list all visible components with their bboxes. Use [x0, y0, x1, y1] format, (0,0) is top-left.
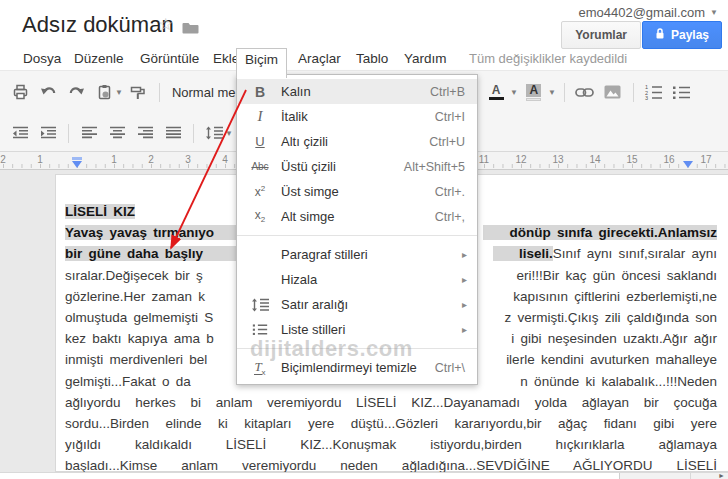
highlight-color-icon[interactable]: A	[523, 79, 545, 105]
format-menu-item-alt-simge[interactable]: x2Alt simgeCtrl+,	[237, 204, 477, 229]
menu-item-label: Paragraf stilleri	[281, 247, 368, 262]
format-menu-item-kal-n[interactable]: BKalınCtrl+B	[237, 79, 477, 104]
format-menu-item-paragraf-stilleri[interactable]: Paragraf stilleri▸	[237, 242, 477, 267]
align-center-icon[interactable]	[106, 120, 128, 146]
web-clipboard-icon[interactable]	[93, 79, 115, 105]
menu-item-label: Biçimlendirmeyi temizle	[281, 360, 417, 375]
ruler-number: 15	[622, 154, 642, 165]
submenu-arrow-icon: ▸	[462, 324, 467, 335]
ruler-number: 2	[0, 154, 13, 165]
redo-icon[interactable]	[65, 79, 87, 105]
submenu-arrow-icon: ▸	[462, 299, 467, 310]
menu-separator	[237, 235, 477, 236]
share-button[interactable]: Paylaş	[642, 21, 722, 49]
bold-icon: B	[247, 84, 273, 100]
format-menu-item-hizala[interactable]: Hizala▸	[237, 267, 477, 292]
ruler-number: 16	[659, 154, 679, 165]
first-line-indent-marker[interactable]	[72, 157, 82, 160]
format-menu-item--st-izili[interactable]: AbcÜstü çiziliAlt+Shift+5	[237, 154, 477, 179]
menu-item-label: Üst simge	[281, 184, 339, 199]
scrollbar-divider	[690, 473, 691, 479]
ruler-number: 1	[30, 154, 50, 165]
toolbar-separator	[193, 124, 194, 143]
bullet-list-icon[interactable]	[671, 79, 693, 105]
left-indent-marker[interactable]	[72, 161, 82, 168]
menubar-item-grntle[interactable]: Görüntüle	[132, 48, 207, 69]
horizontal-scrollbar: ►	[0, 472, 728, 479]
menu-item-shortcut: Ctrl+\	[435, 361, 465, 375]
format-menu-item-bi-imlendirmeyi-temizle[interactable]: TxBiçimlendirmeyi temizleCtrl+\	[237, 355, 477, 380]
insert-image-icon[interactable]	[602, 79, 624, 105]
format-menu-item-sat-r-aral-[interactable]: Satır aralığı▸	[237, 292, 477, 317]
indent-icon[interactable]	[37, 120, 59, 146]
document-line: ağlıyordu herkes bi anlam veremiyordu Lİ…	[65, 395, 717, 417]
right-indent-marker[interactable]	[683, 161, 693, 168]
ruler-number: 2	[141, 154, 161, 165]
align-left-icon[interactable]	[78, 120, 100, 146]
toolbar-separator	[68, 124, 69, 143]
account-email: emo4402@gmail.com	[578, 5, 705, 20]
svg-text:3: 3	[645, 95, 648, 100]
text-color-icon[interactable]: A	[485, 79, 507, 105]
menubar-item-yardm[interactable]: Yardım	[396, 48, 455, 69]
menubar-item-biim[interactable]: Biçim	[236, 48, 287, 78]
menu-separator	[237, 348, 477, 349]
toolbar-separator	[633, 83, 634, 102]
menu-item-shortcut: Ctrl+,	[435, 210, 465, 224]
share-button-label: Paylaş	[671, 28, 709, 42]
outdent-icon[interactable]	[9, 120, 31, 146]
menu-item-label: Altı çizili	[281, 134, 328, 149]
comments-button-label: Yorumlar	[575, 28, 627, 42]
google-docs-window: Adsız doküman ☆ emo4402@gmail.com ▼ Yoru…	[0, 0, 728, 479]
format-menu: BKalınCtrl+BIİtalikCtrl+IUAltı çiziliCtr…	[236, 74, 478, 385]
comments-button[interactable]: Yorumlar	[561, 21, 641, 49]
align-justify-icon[interactable]	[162, 120, 184, 146]
line-spacing-dropdown-icon[interactable]: ▼	[225, 129, 233, 138]
menu-item-label: Alt simge	[281, 209, 334, 224]
paint-format-icon[interactable]	[128, 79, 150, 105]
web-clipboard-dropdown-icon[interactable]: ▼	[115, 88, 123, 97]
format-menu-item-liste-stilleri[interactable]: Liste stilleri▸	[237, 317, 477, 342]
document-title[interactable]: Adsız doküman	[22, 12, 174, 38]
line-spacing-icon	[247, 298, 273, 312]
document-line: sordu...Birden elinde ki kitapları yere …	[65, 416, 717, 438]
menubar-item-tablo[interactable]: Tablo	[348, 48, 396, 69]
toolbar-separator	[564, 83, 565, 102]
numbered-list-icon[interactable]: 123	[643, 79, 665, 105]
format-menu-item--st-simge[interactable]: x2Üst simgeCtrl+.	[237, 179, 477, 204]
menubar-item-dosya[interactable]: Dosya	[15, 48, 69, 69]
undo-icon[interactable]	[37, 79, 59, 105]
ruler-number: 3	[178, 154, 198, 165]
strikethrough-icon: Abc	[247, 161, 273, 172]
account-menu[interactable]: emo4402@gmail.com ▼	[578, 5, 718, 20]
lock-icon	[655, 27, 665, 43]
scroll-right-icon[interactable]: ►	[718, 472, 725, 479]
text-color-dropdown-icon[interactable]: ▼	[510, 88, 518, 97]
underline-icon: U	[247, 134, 273, 149]
highlight-color-dropdown-icon[interactable]: ▼	[548, 88, 556, 97]
menu-item-label: Kalın	[281, 84, 311, 99]
menubar-item-dzenle[interactable]: Düzenle	[66, 48, 132, 69]
menu-item-shortcut: Ctrl+U	[429, 135, 465, 149]
menubar-item-aralar[interactable]: Araçlar	[290, 48, 349, 69]
submenu-arrow-icon: ▸	[462, 274, 467, 285]
submenu-arrow-icon: ▸	[462, 249, 467, 260]
document-line: yığıldı kaldıkaldı LİSELİ KIZ...Konuşmak…	[65, 437, 717, 459]
toolbar-separator	[159, 83, 160, 102]
menu-item-shortcut: Ctrl+I	[435, 110, 465, 124]
ruler-number: 17	[696, 154, 716, 165]
line-spacing-icon[interactable]	[203, 120, 225, 146]
scrollbar-thumb[interactable]	[0, 473, 620, 479]
ruler-number: 14	[585, 154, 605, 165]
insert-link-icon[interactable]	[574, 79, 596, 105]
format-menu-item-alt-izili[interactable]: UAltı çiziliCtrl+U	[237, 129, 477, 154]
format-menu-item-i-talik[interactable]: IİtalikCtrl+I	[237, 104, 477, 129]
folder-icon[interactable]	[182, 20, 199, 38]
menu-item-label: İtalik	[281, 109, 308, 124]
ruler-number: 13	[548, 154, 568, 165]
print-icon[interactable]	[9, 79, 31, 105]
clear-formatting-icon: Tx	[247, 359, 273, 377]
star-icon[interactable]: ☆	[158, 15, 173, 35]
align-right-icon[interactable]	[134, 120, 156, 146]
italic-icon: I	[247, 108, 273, 125]
